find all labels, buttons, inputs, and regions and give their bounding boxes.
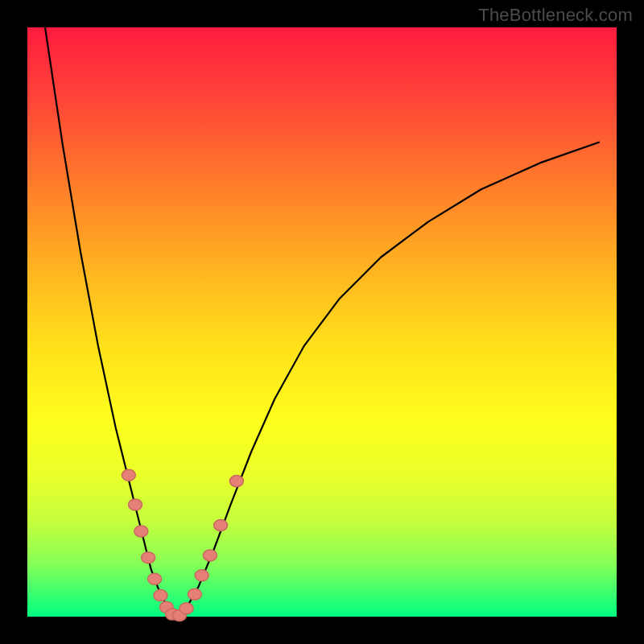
curve-right bbox=[175, 142, 599, 617]
marker-dot bbox=[134, 526, 148, 537]
marker-dot bbox=[180, 603, 193, 614]
marker-dot bbox=[188, 588, 201, 600]
marker-dot bbox=[129, 499, 142, 510]
marker-dot bbox=[214, 520, 228, 531]
chart-frame: TheBottleneck.com bbox=[0, 0, 644, 644]
marker-dot bbox=[148, 573, 162, 584]
watermark-text: TheBottleneck.com bbox=[478, 5, 633, 26]
marker-dot bbox=[142, 552, 155, 564]
marker-dot bbox=[154, 590, 167, 601]
marker-dot bbox=[195, 570, 208, 581]
marker-dot bbox=[203, 550, 217, 561]
marker-group bbox=[122, 469, 243, 621]
curve-svg bbox=[27, 27, 617, 617]
plot-area bbox=[27, 27, 617, 617]
marker-dot bbox=[122, 469, 135, 481]
marker-dot bbox=[229, 476, 243, 487]
curve-left bbox=[45, 27, 175, 617]
